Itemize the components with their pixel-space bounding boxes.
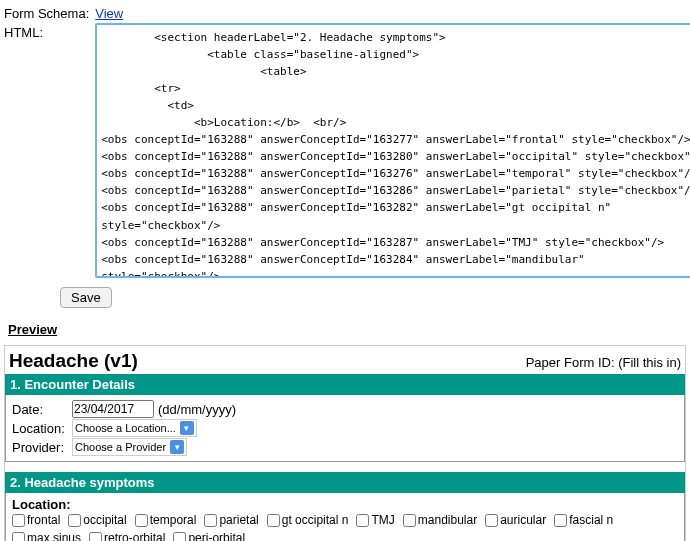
form-title: Headache (v1) (9, 350, 138, 372)
symptom-checkbox-retro-orbital[interactable]: retro-orbital (89, 531, 165, 541)
symptom-checkbox-frontal[interactable]: frontal (12, 513, 60, 527)
checkbox-label: frontal (27, 513, 60, 527)
checkbox-label: retro-orbital (104, 531, 165, 541)
checkbox-label: occipital (83, 513, 126, 527)
checkbox[interactable] (403, 514, 416, 527)
symptom-location-label: Location: (12, 497, 678, 512)
symptom-checkbox-fascial-n[interactable]: fascial n (554, 513, 613, 527)
checkbox[interactable] (485, 514, 498, 527)
date-format-hint: (dd/mm/yyyy) (158, 402, 236, 417)
checkbox-label: parietal (219, 513, 258, 527)
checkbox-label: gt occipital n (282, 513, 349, 527)
symptom-checkbox-temporal[interactable]: temporal (135, 513, 197, 527)
checkbox-label: temporal (150, 513, 197, 527)
checkbox-label: max sinus (27, 531, 81, 541)
symptom-checkbox-gt-occipital-n[interactable]: gt occipital n (267, 513, 349, 527)
chevron-down-icon: ▾ (180, 421, 194, 435)
checkbox-label: auricular (500, 513, 546, 527)
save-button[interactable]: Save (60, 287, 112, 308)
location-label: Location: (12, 421, 68, 436)
provider-label: Provider: (12, 440, 68, 455)
symptom-checkbox-TMJ[interactable]: TMJ (356, 513, 394, 527)
view-schema-link[interactable]: View (95, 6, 123, 21)
location-select[interactable]: Choose a Location... ▾ (72, 419, 197, 437)
checkbox[interactable] (554, 514, 567, 527)
symptom-checkbox-parietal[interactable]: parietal (204, 513, 258, 527)
checkbox[interactable] (12, 532, 25, 542)
symptom-checkbox-mandibular[interactable]: mandibular (403, 513, 477, 527)
checkbox-label: fascial n (569, 513, 613, 527)
date-label: Date: (12, 402, 68, 417)
symptom-checkbox-max-sinus[interactable]: max sinus (12, 531, 81, 541)
html-textarea[interactable] (95, 23, 690, 278)
chevron-down-icon: ▾ (170, 440, 184, 454)
paper-form-id: Paper Form ID: (Fill this in) (526, 355, 681, 370)
checkbox-label: peri-orbital (188, 531, 245, 541)
checkbox[interactable] (173, 532, 186, 542)
checkbox[interactable] (68, 514, 81, 527)
section-1-header: 1. Encounter Details (5, 374, 685, 395)
symptom-checkbox-auricular[interactable]: auricular (485, 513, 546, 527)
checkbox[interactable] (12, 514, 25, 527)
date-input[interactable] (72, 400, 154, 418)
location-select-value: Choose a Location... (75, 422, 176, 434)
html-label: HTML: (4, 23, 95, 281)
checkbox-label: TMJ (371, 513, 394, 527)
checkbox[interactable] (204, 514, 217, 527)
symptom-checkbox-occipital[interactable]: occipital (68, 513, 126, 527)
checkbox[interactable] (89, 532, 102, 542)
provider-select[interactable]: Choose a Provider ▾ (72, 438, 187, 456)
checkbox[interactable] (356, 514, 369, 527)
preview-heading: Preview (8, 322, 686, 337)
checkbox-label: mandibular (418, 513, 477, 527)
symptom-checkbox-peri-orbital[interactable]: peri-orbital (173, 531, 245, 541)
checkbox[interactable] (135, 514, 148, 527)
checkbox[interactable] (267, 514, 280, 527)
provider-select-value: Choose a Provider (75, 441, 166, 453)
section-2-header: 2. Headache symptoms (5, 472, 685, 493)
form-schema-label: Form Schema: (4, 4, 95, 23)
